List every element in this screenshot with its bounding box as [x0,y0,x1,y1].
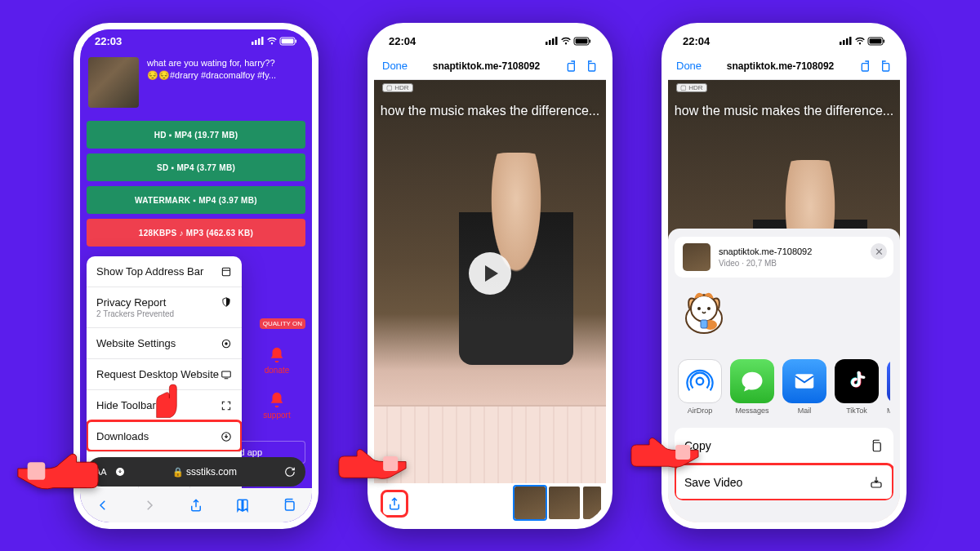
download-buttons: HD ▪ MP4 (19.77 MB) SD ▪ MP4 (3.77 MB) W… [80,113,312,250]
share-filesize: Video · 20,7 MB [719,258,812,269]
menu-label: Downloads [96,430,149,442]
svg-rect-32 [795,374,814,389]
app-label: TikTok [835,407,879,415]
lock-icon: 🔒 [172,467,184,477]
app-label: Messages [730,407,774,415]
pointer-hand-step3 [627,429,702,478]
status-bar: 22:03 [80,29,312,52]
airdrop-icon [686,367,714,395]
safari-bottom-toolbar [80,488,312,522]
download-watermark-button[interactable]: WATERMARK ▪ MP4 (3.97 MB) [87,186,305,214]
share-actions-list: Copy Save Video [675,428,893,500]
mail-app[interactable]: Mail [782,359,826,415]
rotate-left-icon[interactable] [859,60,872,73]
menu-label: Show Top Address Bar [96,265,203,278]
donate-button[interactable]: donate [265,346,290,375]
video-caption-row: what are you wating for, harry?? 😔😔#drar… [80,52,312,113]
clock: 22:04 [683,35,710,47]
svg-rect-8 [222,268,229,275]
svg-rect-20 [285,502,294,511]
right-rail: QUALITY ON donate support [248,346,305,420]
save-download-icon [869,475,884,490]
messages-app[interactable]: Messages [730,359,774,415]
tiktok-icon [845,370,868,393]
address-bar[interactable]: AA 🔒 ssstiks.com [87,457,305,487]
download-hd-button[interactable]: HD ▪ MP4 (19.77 MB) [87,121,305,149]
video-preview[interactable]: how the music makes the difference... [374,80,606,483]
desktop-icon [220,369,232,380]
rotate-left-icon[interactable] [565,60,578,73]
contact-cat-icon[interactable] [678,284,730,336]
svg-point-31 [697,378,704,385]
pointer-hand-step1 [13,444,103,501]
svg-point-11 [225,342,227,344]
status-icons [546,37,591,46]
share-icon[interactable] [189,498,203,513]
action-save-video[interactable]: Save Video [675,464,893,500]
download-badge-icon [115,467,125,477]
svg-rect-22 [589,63,595,70]
app-label: Mail [782,407,826,415]
close-button[interactable]: ✕ [871,243,887,260]
status-icons [840,37,885,46]
menu-website-settings[interactable]: Website Settings [87,327,242,358]
action-copy[interactable]: Copy [675,428,893,464]
support-label: support [263,411,290,420]
bell-solid-icon [268,391,286,409]
thumb[interactable] [549,487,580,519]
svg-rect-34 [873,442,880,451]
share-apps-row: AirDrop Messages Mail TikTok Me [668,359,900,415]
copy-icon [869,438,884,453]
viewer-header: Done snaptiktok.me-7108092 [668,52,900,80]
bookmarks-icon[interactable] [235,498,250,513]
tabs-icon[interactable] [282,498,296,513]
rotate-right-icon[interactable] [585,60,598,73]
share-button-highlighted[interactable] [381,490,408,518]
svg-rect-30 [701,320,707,328]
file-thumbnail [683,243,710,271]
clock: 22:04 [389,35,416,47]
tiktok-app[interactable]: TikTok [835,359,879,415]
caption-line1: what are you wating for, harry?? [147,57,276,69]
url-text: 🔒 ssstiks.com [172,466,237,478]
svg-point-26 [691,295,717,322]
video-thumbnail[interactable] [88,57,139,108]
menu-label: Request Desktop Website [96,368,219,380]
thumb[interactable] [583,487,601,519]
done-button[interactable]: Done [382,60,408,72]
done-button[interactable]: Done [676,60,702,72]
donate-label: donate [265,366,290,375]
airdrop-app[interactable]: AirDrop [678,359,722,415]
menu-privacy-report[interactable]: Privacy Report 2 Trackers Prevented [87,287,242,327]
download-sd-button[interactable]: SD ▪ MP4 (3.77 MB) [87,153,305,181]
svg-rect-24 [883,63,889,70]
support-button[interactable]: support [263,391,290,420]
status-bar: 22:04 [668,29,900,52]
status-icons [252,37,297,46]
more-app[interactable]: Me [887,359,890,415]
caption-line2: 😔😔#drarry #dracomalfoy #fy... [147,69,276,82]
download-mp3-button[interactable]: 128KBPS ♪ MP3 (462.63 KB) [87,219,305,247]
reload-icon[interactable] [284,466,296,478]
expand-icon [220,400,232,411]
rotate-right-icon[interactable] [879,60,892,73]
hdr-badge: ▢ HDR [382,83,413,92]
thumb-selected[interactable] [514,487,546,519]
quality-badge[interactable]: QUALITY ON [260,318,305,329]
menu-show-top-address[interactable]: Show Top Address Bar [87,256,242,287]
video-overlay-text: how the music makes the difference... [374,103,606,120]
svg-rect-21 [568,63,574,70]
clock: 22:03 [95,35,122,47]
svg-rect-23 [862,63,868,70]
video-caption: what are you wating for, harry?? 😔😔#drar… [147,57,276,108]
menu-label: Website Settings [96,337,176,349]
play-button[interactable] [469,252,511,295]
forward-icon [142,498,157,513]
hdr-badge: ▢ HDR [676,83,707,92]
svg-point-27 [697,307,701,310]
viewer-header: Done snaptiktok.me-7108092 [374,52,606,80]
share-sheet: snaptiktok.me-7108092 Video · 20,7 MB ✕ … [668,229,900,522]
share-filename: snaptiktok.me-7108092 [719,246,812,257]
pointer-hand-step2 [335,441,410,490]
gear-circle-icon [220,338,232,349]
